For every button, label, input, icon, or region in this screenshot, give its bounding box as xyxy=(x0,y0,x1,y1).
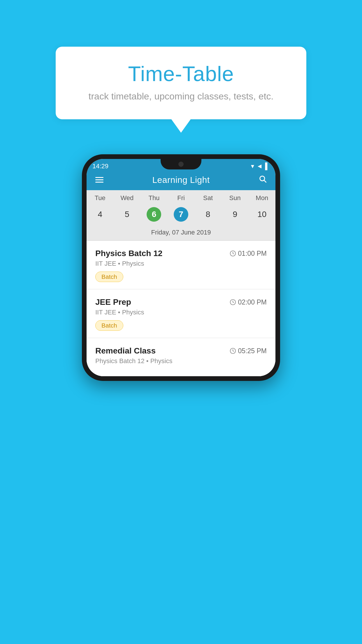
tooltip-card: Time-Table track timetable, upcoming cla… xyxy=(56,47,306,119)
day-header-thu[interactable]: Thu xyxy=(140,194,168,204)
battery-icon: ▌ xyxy=(265,162,270,170)
status-icons: ▾ ◄ ▌ xyxy=(251,162,270,170)
calendar-strip: Tue Wed Thu Fri Sat Sun Mon 4 5 6 7 xyxy=(87,190,275,241)
card-title: Time-Table xyxy=(73,62,289,86)
class-time-1: 01:00 PM xyxy=(230,250,267,258)
class-item-2-header: JEE Prep 02:00 PM xyxy=(95,298,267,307)
class-item-3[interactable]: Remedial Class 05:25 PM Physics Batch 12… xyxy=(87,338,275,376)
day-header-mon[interactable]: Mon xyxy=(248,194,275,204)
wifi-icon: ▾ xyxy=(251,162,254,170)
class-item-1-header: Physics Batch 12 01:00 PM xyxy=(95,249,267,258)
day-10[interactable]: 10 xyxy=(248,208,275,221)
search-button[interactable] xyxy=(259,175,267,185)
day-numbers: 4 5 6 7 8 9 10 xyxy=(87,204,275,227)
day-header-wed[interactable]: Wed xyxy=(114,194,141,204)
class-item-3-header: Remedial Class 05:25 PM xyxy=(95,346,267,356)
day-headers: Tue Wed Thu Fri Sat Sun Mon xyxy=(87,190,275,204)
batch-tag-2[interactable]: Batch xyxy=(95,320,123,331)
class-item-2[interactable]: JEE Prep 02:00 PM IIT JEE • Physics Batc… xyxy=(87,289,275,338)
day-4[interactable]: 4 xyxy=(87,208,114,221)
class-list: Physics Batch 12 01:00 PM IIT JEE • Phys… xyxy=(87,241,275,376)
selected-date-label: Friday, 07 June 2019 xyxy=(87,227,275,241)
class-name-1: Physics Batch 12 xyxy=(95,249,162,258)
class-meta-2: IIT JEE • Physics xyxy=(95,309,267,316)
class-meta-1: IIT JEE • Physics xyxy=(95,260,267,267)
class-time-2: 02:00 PM xyxy=(230,298,267,306)
day-8[interactable]: 8 xyxy=(194,208,222,221)
class-time-3: 05:25 PM xyxy=(230,347,267,355)
hamburger-menu-button[interactable] xyxy=(95,177,103,183)
day-9[interactable]: 9 xyxy=(222,208,249,221)
day-header-sun[interactable]: Sun xyxy=(222,194,249,204)
signal-icon: ◄ xyxy=(256,162,263,170)
status-bar: 14:29 ▾ ◄ ▌ xyxy=(82,159,280,174)
clock-icon-1 xyxy=(230,250,236,257)
clock-icon-2 xyxy=(230,299,236,305)
day-header-fri[interactable]: Fri xyxy=(168,194,195,204)
clock-icon-3 xyxy=(230,348,236,354)
camera-dot xyxy=(178,162,184,167)
phone-frame-wrapper: 14:29 ▾ ◄ ▌ Learning Light xyxy=(82,154,280,381)
phone-screen: Learning Light Tue Wed Thu Fri Sat Sun xyxy=(87,159,275,376)
class-name-2: JEE Prep xyxy=(95,298,131,307)
card-subtitle: track timetable, upcoming classes, tests… xyxy=(73,91,289,102)
day-7-selected[interactable]: 7 xyxy=(168,205,195,223)
app-bar-title: Learning Light xyxy=(152,175,210,185)
day-5[interactable]: 5 xyxy=(114,208,141,221)
status-time: 14:29 xyxy=(92,162,108,170)
day-header-tue[interactable]: Tue xyxy=(87,194,114,204)
svg-line-1 xyxy=(264,180,266,182)
class-name-3: Remedial Class xyxy=(95,346,156,356)
class-item-1[interactable]: Physics Batch 12 01:00 PM IIT JEE • Phys… xyxy=(87,241,275,289)
notch xyxy=(161,159,201,169)
batch-tag-1[interactable]: Batch xyxy=(95,272,123,282)
day-6-today[interactable]: 6 xyxy=(140,205,168,223)
class-meta-3: Physics Batch 12 • Physics xyxy=(95,357,267,365)
day-header-sat[interactable]: Sat xyxy=(194,194,222,204)
phone-frame: 14:29 ▾ ◄ ▌ Learning Light xyxy=(82,154,280,381)
